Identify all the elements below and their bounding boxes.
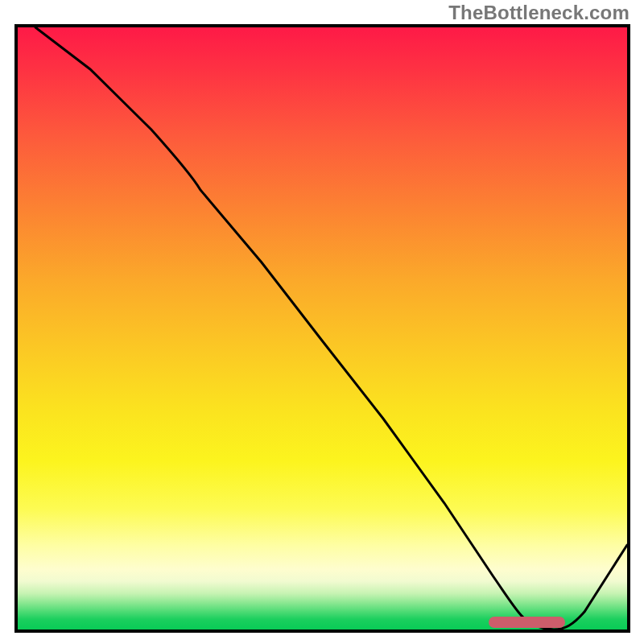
curve-path: [35, 27, 627, 630]
attribution-label: TheBottleneck.com: [448, 2, 630, 24]
optimal-range-marker: [489, 617, 565, 628]
bottleneck-curve: [18, 27, 627, 630]
chart-area: [14, 24, 630, 633]
